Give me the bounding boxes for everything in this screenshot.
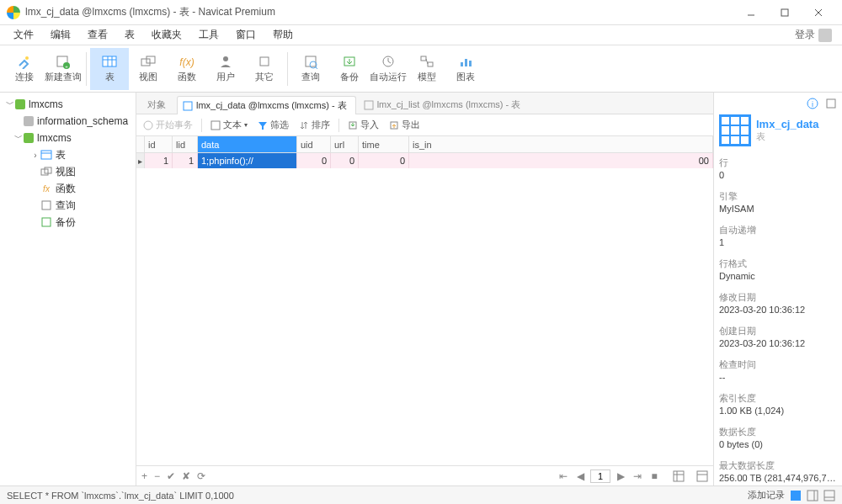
sort-button[interactable]: 排序 bbox=[297, 117, 332, 133]
svg-rect-37 bbox=[184, 102, 192, 110]
toolbar-view[interactable]: 视图 bbox=[129, 48, 168, 90]
tab-objects[interactable]: 对象 bbox=[141, 95, 175, 114]
tab-lmx-cj-data[interactable]: lmx_cj_data @lmxcms (lmxcms) - 表 bbox=[177, 96, 356, 114]
cell-time[interactable]: 0 bbox=[359, 153, 409, 168]
col-id[interactable]: id bbox=[145, 136, 173, 152]
toolbar-automation[interactable]: 自动运行 bbox=[369, 48, 408, 90]
import-button[interactable]: 导入 bbox=[346, 117, 381, 133]
maximize-button[interactable] bbox=[768, 2, 802, 24]
refresh-button[interactable]: ⟳ bbox=[197, 470, 205, 482]
toolbar-chart[interactable]: 图表 bbox=[446, 48, 485, 90]
col-is-in[interactable]: is_in bbox=[409, 136, 713, 152]
ddl-icon[interactable] bbox=[825, 98, 837, 109]
cancel-button[interactable]: ✘ bbox=[182, 470, 190, 482]
menu-view[interactable]: 查看 bbox=[79, 26, 116, 44]
expand-icon[interactable]: ﹀ bbox=[5, 98, 15, 110]
row-marker-icon: ▸ bbox=[136, 153, 145, 168]
svg-point-4 bbox=[25, 56, 29, 60]
layout1-icon[interactable] bbox=[790, 490, 802, 501]
begin-transaction-button[interactable]: 开始事务 bbox=[141, 117, 195, 133]
tree-item-tables[interactable]: › 表 bbox=[2, 146, 134, 163]
col-lid[interactable]: lid bbox=[173, 136, 198, 152]
tree-item-views[interactable]: 视图 bbox=[2, 163, 134, 180]
info-subtitle: 表 bbox=[756, 130, 818, 143]
tree-item-functions[interactable]: fx 函数 bbox=[2, 180, 134, 197]
cell-id[interactable]: 1 bbox=[145, 153, 173, 168]
toolbar-other[interactable]: 其它 bbox=[245, 48, 284, 90]
expand-icon[interactable]: ﹀ bbox=[13, 132, 24, 144]
add-row-button[interactable]: + bbox=[141, 470, 147, 482]
menu-favorites[interactable]: 收藏夹 bbox=[143, 26, 190, 44]
window-title: lmx_cj_data @lmxcms (lmxcms) - 表 - Navic… bbox=[25, 5, 275, 19]
close-button[interactable] bbox=[802, 2, 835, 24]
first-page-button[interactable]: ⇤ bbox=[557, 470, 570, 482]
svg-text:fx: fx bbox=[43, 184, 51, 194]
play-icon bbox=[143, 120, 153, 130]
col-url[interactable]: url bbox=[331, 136, 359, 152]
col-uid[interactable]: uid bbox=[297, 136, 331, 152]
tree-db-lmxcms[interactable]: ﹀ lmxcms bbox=[2, 130, 134, 146]
query-icon bbox=[302, 54, 319, 69]
delete-row-button[interactable]: − bbox=[154, 470, 160, 482]
expand-icon[interactable]: › bbox=[30, 151, 40, 160]
tab-lmx-cj-list[interactable]: lmx_cj_list @lmxcms (lmxcms) - 表 bbox=[358, 95, 530, 114]
svg-line-23 bbox=[388, 61, 391, 63]
login-link[interactable]: 登录 bbox=[795, 28, 837, 42]
layout3-icon[interactable] bbox=[823, 490, 835, 501]
menu-help[interactable]: 帮助 bbox=[264, 26, 301, 44]
toolbar-new-query[interactable]: + 新建查询 bbox=[44, 48, 83, 90]
cell-url[interactable]: 0 bbox=[331, 153, 359, 168]
text-mode-button[interactable]: 文本 ▾ bbox=[209, 117, 249, 133]
grid-row[interactable]: ▸ 1 1 1;phpinfo();// 0 0 0 00 bbox=[136, 153, 713, 168]
minimize-button[interactable] bbox=[734, 2, 768, 24]
toolbar-connection[interactable]: 连接 bbox=[5, 48, 44, 90]
prev-page-button[interactable]: ◀ bbox=[573, 470, 587, 482]
next-page-button[interactable]: ▶ bbox=[614, 470, 627, 482]
export-icon bbox=[389, 120, 399, 130]
tree-item-queries[interactable]: 查询 bbox=[2, 197, 134, 214]
user-icon bbox=[217, 54, 234, 69]
tree-item-backups[interactable]: 备份 bbox=[2, 214, 134, 231]
layout2-icon[interactable] bbox=[807, 490, 818, 501]
form-view-icon[interactable] bbox=[696, 470, 708, 482]
data-grid[interactable]: id lid data uid url time is_in ▸ 1 1 1;p… bbox=[136, 136, 713, 465]
last-page-button[interactable]: ⇥ bbox=[631, 470, 644, 482]
menu-tools[interactable]: 工具 bbox=[190, 26, 227, 44]
menu-file[interactable]: 文件 bbox=[5, 26, 42, 44]
col-time[interactable]: time bbox=[359, 136, 409, 152]
toolbar-model[interactable]: 模型 bbox=[408, 48, 446, 90]
info-icon[interactable]: i bbox=[807, 98, 818, 109]
menu-table[interactable]: 表 bbox=[116, 26, 143, 44]
apply-button[interactable]: ✔ bbox=[167, 470, 175, 482]
svg-rect-13 bbox=[147, 56, 155, 63]
login-label: 登录 bbox=[795, 28, 815, 42]
view-icon bbox=[140, 54, 157, 69]
toolbar-user[interactable]: 用户 bbox=[206, 48, 245, 90]
menu-edit[interactable]: 编辑 bbox=[42, 26, 79, 44]
cell-is-in[interactable]: 00 bbox=[409, 153, 713, 168]
col-data[interactable]: data bbox=[198, 136, 297, 152]
svg-rect-36 bbox=[42, 218, 51, 226]
svg-rect-51 bbox=[791, 491, 801, 501]
grid-view-icon[interactable] bbox=[673, 470, 685, 482]
export-button[interactable]: 导出 bbox=[387, 117, 422, 133]
toolbar-backup[interactable]: 备份 bbox=[330, 48, 369, 90]
toolbar-table[interactable]: 表 bbox=[90, 48, 129, 90]
table-large-icon bbox=[719, 114, 751, 146]
svg-rect-40 bbox=[211, 121, 220, 130]
svg-rect-38 bbox=[365, 101, 373, 109]
toolbar-function[interactable]: f(x) 函数 bbox=[168, 48, 206, 90]
editor-tabs: 对象 lmx_cj_data @lmxcms (lmxcms) - 表 lmx_… bbox=[136, 93, 713, 114]
row-header-corner bbox=[136, 136, 145, 152]
cell-data[interactable]: 1;phpinfo();// bbox=[198, 153, 297, 168]
stop-button[interactable]: ■ bbox=[647, 470, 661, 482]
menu-window[interactable]: 窗口 bbox=[227, 26, 264, 44]
svg-line-19 bbox=[316, 67, 318, 69]
filter-button[interactable]: 筛选 bbox=[256, 117, 290, 133]
tree-db-information-schema[interactable]: information_schema bbox=[2, 113, 134, 130]
toolbar-query[interactable]: 查询 bbox=[291, 48, 330, 90]
cell-lid[interactable]: 1 bbox=[173, 153, 198, 168]
tree-connection-lmxcms[interactable]: ﹀ lmxcms bbox=[2, 96, 134, 113]
cell-uid[interactable]: 0 bbox=[297, 153, 331, 168]
page-input[interactable] bbox=[590, 470, 610, 483]
